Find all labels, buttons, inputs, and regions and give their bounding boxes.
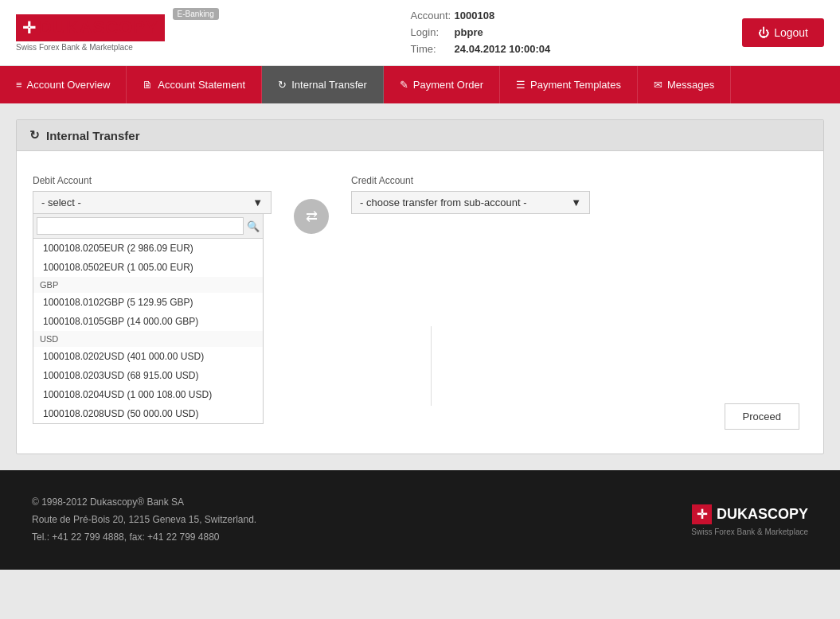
debit-select-value: - select - (41, 197, 81, 208)
sidebar-item-payment-order[interactable]: ✎ Payment Order (384, 66, 500, 103)
search-icon: 🔍 (247, 220, 260, 232)
template-icon: ☰ (516, 79, 525, 91)
footer-tel: Tel.: +41 22 799 4888, fax: +41 22 799 4… (32, 529, 256, 547)
credit-select-button[interactable]: - choose transfer from sub-account - ▼ (351, 191, 590, 214)
search-input[interactable] (37, 217, 244, 235)
credit-dropdown-arrow-icon: ▼ (571, 197, 581, 208)
list-item[interactable]: 1000108.0102GBP (5 129.95 GBP) (33, 293, 263, 312)
list-item[interactable]: 1000108.0208USD (50 000.00 USD) (33, 404, 263, 423)
footer-logo-text: DUKASCOPY (717, 506, 808, 523)
sidebar-item-account-overview[interactable]: ≡ Account Overview (0, 66, 127, 103)
divider-line (431, 326, 432, 406)
nav-label: Account Overview (27, 79, 111, 91)
nav-label: Internal Transfer (291, 79, 367, 91)
list-item[interactable]: 1000108.0204USD (1 000 108.00 USD) (33, 385, 263, 404)
dropdown-group-gbp: GBP (33, 277, 263, 293)
list-item[interactable]: 1000108.0502EUR (1 005.00 EUR) (33, 258, 263, 277)
debit-dropdown: 🔍 1000108.0205EUR (2 986.09 EUR) 1000108… (33, 214, 264, 424)
dropdown-group-usd: USD (33, 331, 263, 347)
footer-logo-area: ✛ DUKASCOPY Swiss Forex Bank & Marketpla… (691, 504, 808, 536)
list-icon: ≡ (16, 79, 22, 91)
dropdown-search-area: 🔍 (33, 214, 263, 239)
internal-transfer-panel: ↻ Internal Transfer Debit Account - sele… (16, 119, 824, 454)
footer-logo: ✛ DUKASCOPY (692, 504, 808, 524)
footer-info: © 1998-2012 Dukascopy® Bank SA Route de … (32, 494, 256, 546)
time-value: 24.04.2012 10:00:04 (455, 43, 551, 55)
transfer-icon: ↻ (278, 79, 287, 91)
transfer-arrow-section: ⇄ (287, 175, 335, 234)
power-icon: ⏻ (758, 26, 769, 39)
footer-logo-sub: Swiss Forex Bank & Marketplace (691, 528, 808, 536)
time-label: Time: (411, 41, 455, 58)
navigation: ≡ Account Overview 🗎 Account Statement ↻… (0, 66, 840, 103)
nav-label: Payment Order (413, 79, 483, 91)
edit-icon: ✎ (400, 79, 408, 91)
transfer-direction-icon: ⇄ (294, 199, 329, 234)
logo-text: DUKASCOPY (39, 18, 158, 38)
panel-header: ↻ Internal Transfer (17, 120, 823, 151)
main-content: ↻ Internal Transfer Debit Account - sele… (0, 103, 840, 470)
proceed-button[interactable]: Proceed (725, 403, 799, 430)
footer-logo-icon: ✛ (692, 504, 712, 524)
account-info: Account:1000108 Login:pbpre Time:24.04.2… (411, 8, 551, 57)
sidebar-item-account-statement[interactable]: 🗎 Account Statement (127, 66, 262, 103)
e-banking-badge: E-Banking (173, 8, 219, 20)
logo-icon: ✛ DUKASCOPY (16, 14, 165, 41)
debit-select-button[interactable]: - select - ▼ (33, 191, 272, 214)
login-value: pbpre (455, 26, 483, 38)
header: ✛ DUKASCOPY E-Banking Swiss Forex Bank &… (0, 0, 840, 66)
mail-icon: ✉ (654, 79, 662, 91)
document-icon: 🗎 (143, 79, 153, 91)
sidebar-item-internal-transfer[interactable]: ↻ Internal Transfer (262, 66, 384, 103)
logout-button[interactable]: ⏻ Logout (742, 18, 824, 47)
list-item[interactable]: 1000108.0205EUR (2 986.09 EUR) (33, 239, 263, 258)
credit-label: Credit Account (351, 175, 807, 186)
transfer-layout: Debit Account - select - ▼ 🔍 1000108.020… (33, 175, 807, 424)
panel-body: Debit Account - select - ▼ 🔍 1000108.020… (17, 151, 823, 454)
logo-area: ✛ DUKASCOPY E-Banking Swiss Forex Bank &… (16, 14, 219, 52)
nav-label: Messages (667, 79, 714, 91)
nav-label: Account Statement (158, 79, 245, 91)
footer: © 1998-2012 Dukascopy® Bank SA Route de … (0, 470, 840, 570)
credit-select-value: - choose transfer from sub-account - (360, 197, 527, 208)
panel-title: Internal Transfer (46, 129, 140, 142)
list-item[interactable]: 1000108.0202USD (401 000.00 USD) (33, 347, 263, 366)
list-item[interactable]: 1000108.0105GBP (14 000.00 GBP) (33, 312, 263, 331)
dropdown-list: 1000108.0205EUR (2 986.09 EUR) 1000108.0… (33, 239, 263, 423)
footer-address: Route de Pré-Bois 20, 1215 Geneva 15, Sw… (32, 512, 256, 529)
login-label: Login: (411, 25, 455, 41)
sidebar-item-payment-templates[interactable]: ☰ Payment Templates (500, 66, 638, 103)
account-label: Account: (411, 8, 455, 25)
sidebar-item-messages[interactable]: ✉ Messages (638, 66, 731, 103)
list-item[interactable]: 1000108.0203USD (68 915.00 USD) (33, 366, 263, 385)
debit-label: Debit Account (33, 175, 272, 186)
logout-label: Logout (774, 26, 808, 39)
account-value: 1000108 (455, 10, 495, 21)
nav-label: Payment Templates (530, 79, 621, 91)
logo-subtitle: Swiss Forex Bank & Marketplace (16, 43, 133, 52)
debit-section: Debit Account - select - ▼ 🔍 1000108.020… (33, 175, 272, 424)
footer-copyright: © 1998-2012 Dukascopy® Bank SA (32, 494, 256, 512)
panel-icon: ↻ (29, 128, 40, 142)
credit-section: Credit Account - choose transfer from su… (351, 175, 807, 214)
dropdown-arrow-icon: ▼ (252, 197, 263, 208)
proceed-area: Proceed (725, 403, 799, 430)
